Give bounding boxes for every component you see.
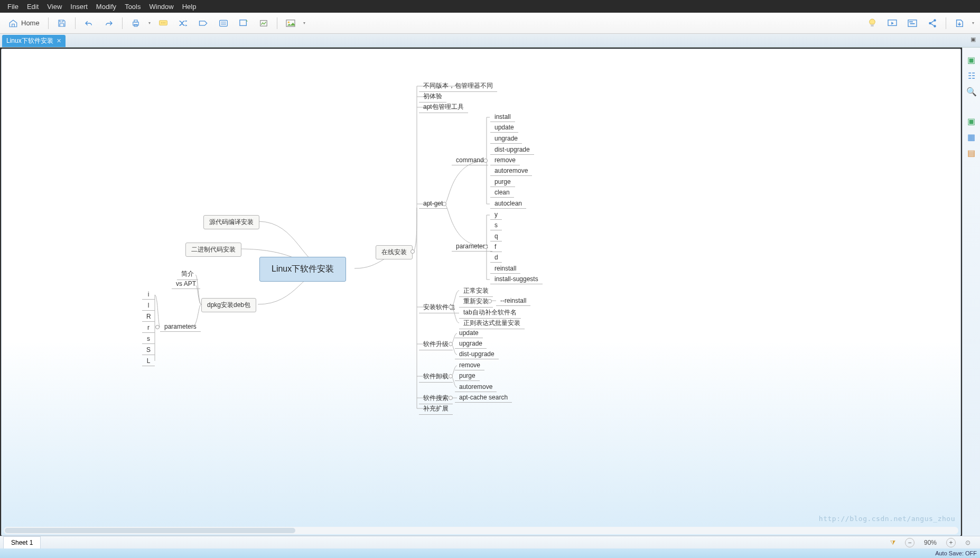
leaf-tab-complete[interactable]: tab自动补全软件名	[459, 307, 521, 319]
leaf-extra[interactable]: 补充扩展	[419, 403, 453, 415]
summary-button[interactable]	[235, 15, 253, 31]
marker-button[interactable]	[255, 15, 273, 31]
leaf-param-i[interactable]: i	[142, 290, 155, 300]
node-source-build[interactable]: 源代码编译安装	[203, 215, 259, 229]
leaf-upgrade[interactable]: 软件升级	[419, 339, 453, 350]
menu-help[interactable]: Help	[178, 3, 201, 11]
filter-icon[interactable]: ⧩	[886, 539, 900, 546]
leaf-par-q[interactable]: q	[490, 231, 502, 241]
node-online-install[interactable]: 在线安装	[376, 245, 413, 259]
idea-button[interactable]	[863, 15, 881, 31]
maximize-editor-icon[interactable]: ▣	[966, 34, 980, 47]
export-button[interactable]	[950, 15, 968, 31]
relationship-button[interactable]	[174, 15, 192, 31]
note-button[interactable]	[154, 15, 172, 31]
expand-dot-params2[interactable]	[483, 245, 488, 249]
leaf-uninstall[interactable]: 软件卸载	[419, 371, 453, 383]
horizontal-scrollbar[interactable]	[4, 527, 958, 534]
leaf-par-install-sugg[interactable]: install-suggests	[490, 274, 543, 284]
redo-button[interactable]	[100, 15, 118, 31]
leaf-up-dist-upgrade[interactable]: dist-upgrade	[455, 349, 499, 359]
expand-dot-dpkg-params[interactable]	[155, 325, 160, 329]
leaf-param-s[interactable]: s	[142, 334, 155, 344]
leaf-param-l[interactable]: l	[142, 301, 155, 311]
leaf-cmd-dist-upgrade[interactable]: dist-upgrade	[490, 145, 534, 155]
zoom-fit-icon[interactable]: 🔍	[966, 86, 977, 97]
leaf-versions[interactable]: 不同版本，包管理器不同	[419, 80, 497, 92]
tab-linux-install[interactable]: Linux下软件安装 ✕	[2, 35, 66, 47]
leaf-cmd-remove[interactable]: remove	[490, 155, 520, 165]
image-button[interactable]	[282, 15, 300, 31]
zoom-percent[interactable]: 90%	[920, 539, 941, 546]
gantt-button[interactable]	[903, 15, 921, 31]
leaf-cmd-update[interactable]: update	[490, 123, 518, 133]
autosave-status[interactable]: Auto Save: OFF	[932, 550, 980, 556]
zoom-in-button[interactable]: +	[946, 538, 956, 547]
leaf-un-remove[interactable]: remove	[455, 360, 484, 370]
menu-insert[interactable]: Insert	[66, 3, 92, 11]
leaf-par-s[interactable]: s	[490, 220, 502, 230]
menu-window[interactable]: Window	[145, 3, 178, 11]
menu-view[interactable]: View	[43, 3, 66, 11]
leaf-param-L[interactable]: L	[142, 356, 155, 366]
expand-dot-online[interactable]	[410, 249, 415, 254]
leaf-dpkg-parameters[interactable]: parameters	[160, 322, 201, 332]
mindmap-canvas[interactable]: Linux下软件安装 源代码编译安装 二进制代码安装 dpkg安装deb包 简介…	[2, 49, 960, 526]
image-dropdown[interactable]: ▾	[302, 21, 307, 25]
menu-file[interactable]: File	[3, 3, 23, 11]
leaf-par-reinstall[interactable]: reinstall	[490, 264, 520, 274]
export-dropdown[interactable]: ▾	[970, 21, 976, 25]
leaf-par-y[interactable]: y	[490, 210, 502, 220]
zoom-reset-icon[interactable]: ⊙	[961, 539, 975, 546]
undo-button[interactable]	[80, 15, 98, 31]
sheet-tab-1[interactable]: Sheet 1	[3, 536, 41, 548]
presentation-button[interactable]	[883, 15, 901, 31]
leaf-cmd-clean[interactable]: clean	[490, 188, 514, 198]
node-center[interactable]: Linux下软件安装	[259, 257, 346, 282]
leaf-cmd-autoremove[interactable]: autoremove	[490, 166, 532, 176]
expand-dot-install-pkg[interactable]	[449, 305, 453, 309]
leaf-param-S[interactable]: S	[142, 345, 155, 355]
leaf-up-upgrade[interactable]: upgrade	[455, 339, 487, 349]
node-dpkg[interactable]: dpkg安装deb包	[201, 298, 256, 312]
leaf-install-pkg[interactable]: 安装软件包	[419, 302, 459, 313]
leaf-cmd-ungrade[interactable]: ungrade	[490, 134, 522, 144]
leaf-param-r[interactable]: r	[142, 323, 155, 333]
expand-dot-reinstall[interactable]	[488, 299, 492, 303]
leaf-regex-install[interactable]: 正则表达式批量安装	[459, 318, 525, 329]
restore-panel2-icon[interactable]: ▣	[966, 115, 977, 127]
expand-dot-aptget[interactable]	[442, 202, 446, 206]
leaf-apt-tool[interactable]: apt包管理工具	[419, 101, 468, 113]
leaf-param-R[interactable]: R	[142, 312, 155, 322]
restore-panel-icon[interactable]: ▣	[966, 54, 977, 66]
expand-dot-upgrade[interactable]	[449, 342, 453, 346]
leaf-un-purge[interactable]: purge	[455, 371, 480, 381]
expand-dot-uninstall[interactable]	[449, 374, 453, 378]
leaf-first-try[interactable]: 初体验	[419, 91, 446, 103]
print-dropdown[interactable]: ▾	[147, 21, 152, 25]
leaf-install-normal[interactable]: 正常安装	[459, 285, 493, 297]
leaf-par-f[interactable]: f	[490, 242, 502, 252]
close-tab-icon[interactable]: ✕	[57, 38, 61, 44]
menu-tools[interactable]: Tools	[120, 3, 145, 11]
leaf-cmd-autoclean[interactable]: autoclean	[490, 199, 526, 209]
leaf-up-update[interactable]: update	[455, 328, 483, 338]
props-icon[interactable]: ▦	[966, 131, 977, 143]
menu-edit[interactable]: Edit	[23, 3, 43, 11]
leaf-cmd-install[interactable]: install	[490, 112, 515, 122]
share-button[interactable]	[923, 15, 941, 31]
home-button[interactable]: Home	[4, 15, 44, 31]
notes-icon[interactable]: ▤	[966, 147, 977, 159]
outline-icon[interactable]: ☷	[966, 70, 977, 81]
boundary-button[interactable]	[214, 15, 232, 31]
zoom-out-button[interactable]: −	[905, 538, 914, 547]
leaf-reinstall-flag[interactable]: --reinstall	[496, 296, 530, 306]
menu-modify[interactable]: Modify	[92, 3, 120, 11]
leaf-par-d[interactable]: d	[490, 253, 502, 263]
leaf-un-autoremove[interactable]: autoremove	[455, 382, 497, 392]
scrollbar-thumb[interactable]	[5, 528, 295, 533]
print-button[interactable]	[127, 15, 145, 31]
leaf-search[interactable]: 软件搜索	[419, 393, 453, 404]
expand-dot-search[interactable]	[449, 396, 453, 400]
label-button[interactable]	[194, 15, 212, 31]
